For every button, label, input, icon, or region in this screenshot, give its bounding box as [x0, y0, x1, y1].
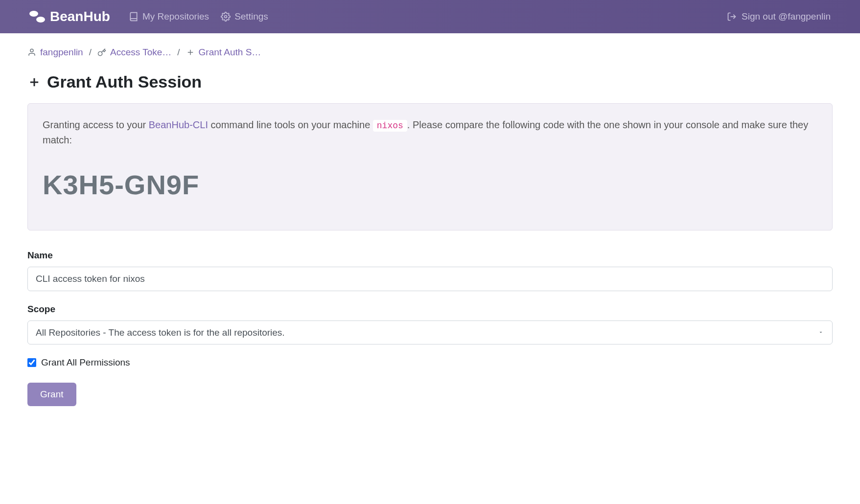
beanhub-logo-icon: [29, 10, 45, 23]
main-container: fangpenlin / Access Toke… / Grant Auth S…: [0, 33, 860, 420]
scope-select-wrapper: All Repositories - The access token is f…: [27, 321, 833, 344]
breadcrumb-label: fangpenlin: [40, 47, 83, 58]
navbar-left: BeanHub My Repositories Settings: [29, 9, 268, 24]
scope-select[interactable]: All Repositories - The access token is f…: [27, 321, 833, 344]
svg-point-0: [29, 11, 38, 17]
breadcrumb-label: Access Toke…: [110, 47, 171, 58]
form-group-name: Name: [27, 250, 833, 291]
page-title-text: Grant Auth Session: [47, 72, 202, 92]
scope-label: Scope: [27, 304, 833, 315]
main-navbar: BeanHub My Repositories Settings: [0, 0, 860, 33]
nav-links: My Repositories Settings: [129, 11, 268, 22]
breadcrumb-separator: /: [177, 47, 180, 58]
breadcrumb-label: Grant Auth S…: [199, 47, 261, 58]
breadcrumb-current: Grant Auth S…: [186, 47, 261, 58]
sign-out-icon: [727, 12, 737, 22]
grant-all-label: Grant All Permissions: [41, 357, 130, 368]
nav-label: My Repositories: [142, 11, 209, 22]
breadcrumb-separator: /: [89, 47, 92, 58]
breadcrumb-user[interactable]: fangpenlin: [27, 47, 83, 58]
notice-text-prefix: Granting access to your: [43, 119, 149, 130]
svg-point-2: [225, 16, 227, 18]
machine-name-code: nixos: [373, 120, 407, 132]
key-icon: [97, 48, 106, 57]
sign-out-link[interactable]: Sign out @fangpenlin: [727, 11, 831, 22]
notice-text: Granting access to your BeanHub-CLI comm…: [43, 117, 817, 147]
form-group-scope: Scope All Repositories - The access toke…: [27, 304, 833, 344]
nav-label: Settings: [234, 11, 268, 22]
name-label: Name: [27, 250, 833, 261]
breadcrumb: fangpenlin / Access Toke… / Grant Auth S…: [27, 47, 833, 58]
sign-out-label: Sign out @fangpenlin: [742, 11, 831, 22]
book-icon: [129, 12, 139, 22]
user-icon: [27, 48, 36, 57]
svg-point-4: [30, 49, 33, 52]
name-input[interactable]: [27, 267, 833, 291]
page-title: Grant Auth Session: [27, 72, 833, 92]
grant-all-row: Grant All Permissions: [27, 357, 833, 368]
grant-button[interactable]: Grant: [27, 383, 76, 406]
svg-point-1: [36, 17, 45, 23]
brand-name: BeanHub: [50, 9, 110, 24]
grant-all-checkbox[interactable]: [27, 358, 36, 367]
brand-logo[interactable]: BeanHub: [29, 9, 110, 24]
nav-settings[interactable]: Settings: [221, 11, 268, 22]
gear-icon: [221, 12, 231, 22]
plus-icon: [186, 48, 195, 57]
beanhub-cli-link[interactable]: BeanHub-CLI: [149, 119, 208, 130]
auth-code: K3H5-GN9F: [43, 169, 817, 201]
plus-icon: [27, 75, 41, 89]
breadcrumb-access-tokens[interactable]: Access Toke…: [97, 47, 171, 58]
auth-notice-box: Granting access to your BeanHub-CLI comm…: [27, 103, 833, 230]
notice-text-mid: command line tools on your machine: [208, 119, 373, 130]
nav-my-repositories[interactable]: My Repositories: [129, 11, 209, 22]
